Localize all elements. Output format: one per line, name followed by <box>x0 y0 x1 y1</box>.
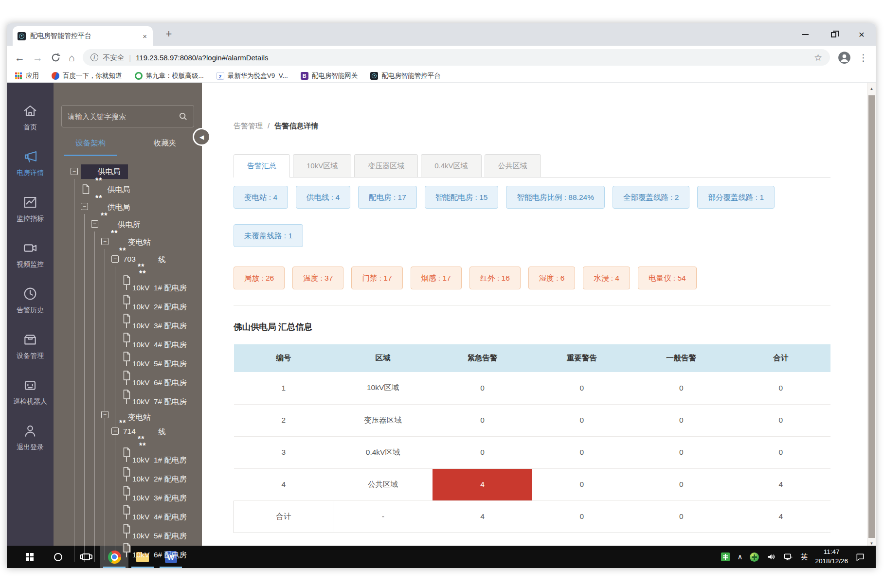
tree-node[interactable]: 10kV 6# 配电房 <box>54 371 202 390</box>
sidebar-item-label: 首页 <box>23 123 37 132</box>
bookmark-item[interactable]: 应用 <box>15 71 39 80</box>
profile-avatar[interactable] <box>838 51 851 64</box>
stat-button[interactable]: 智能配电房 : 15 <box>425 186 499 209</box>
stat-button[interactable]: 未覆盖线路 : 1 <box>234 224 303 247</box>
tray-chevron-icon[interactable]: ∧ <box>737 552 742 561</box>
tree-tab[interactable]: 收藏夹 <box>128 138 202 156</box>
region-tab[interactable]: 告警汇总 <box>234 154 290 177</box>
scrollbar-thumb[interactable] <box>868 95 875 538</box>
stat-button[interactable]: 智能电房比例 : 88.24% <box>506 186 605 209</box>
close-button[interactable]: × <box>848 23 876 46</box>
stat-button[interactable]: 配电房 : 17 <box>358 186 417 209</box>
selected-node-highlight[interactable]: 供电局 <box>81 164 128 179</box>
tree-node[interactable]: **−供电所 <box>54 216 202 233</box>
stat-button[interactable]: 烟感 : 17 <box>411 267 462 289</box>
taskbar-clock[interactable]: 11:47 2018/12/26 <box>815 548 848 566</box>
info-icon[interactable]: i <box>90 53 98 61</box>
expander-icon[interactable]: − <box>111 428 119 435</box>
sidebar-item[interactable]: 退出登录 <box>7 418 54 464</box>
tree-node[interactable]: **−变电站 <box>54 233 202 251</box>
region-tab[interactable]: 变压器区域 <box>354 154 418 177</box>
scroll-up-icon[interactable]: ▲ <box>867 87 876 91</box>
search-icon[interactable] <box>179 112 188 121</box>
tree-node[interactable]: 10kV 2# 配电房 <box>54 467 202 486</box>
tree-node[interactable]: **−供电局 <box>54 198 202 216</box>
sidebar-item[interactable]: 视频监控 <box>7 235 54 281</box>
tree-node[interactable]: **−703线** <box>54 251 202 268</box>
network-icon[interactable] <box>783 552 793 562</box>
tree-node[interactable]: 10kV 5# 配电房 <box>54 352 202 371</box>
tree-node[interactable]: 10kV 7# 配电房 <box>54 390 202 409</box>
tree-tab[interactable]: 设备架构 <box>54 138 128 156</box>
stat-button[interactable]: 供电线 : 4 <box>296 186 350 209</box>
new-tab-button[interactable]: + <box>162 27 176 41</box>
ime-indicator[interactable]: 英 <box>800 552 808 562</box>
tree-node[interactable]: 10kV 2# 配电房 <box>54 295 202 314</box>
tree-node[interactable]: −变电站 <box>54 409 202 423</box>
expander-icon[interactable]: − <box>71 168 78 175</box>
tree-node[interactable]: 10kV 6# 配电房 <box>54 543 202 562</box>
stat-button[interactable]: 电量仪 : 54 <box>638 267 697 289</box>
scroll-down-icon[interactable]: ▼ <box>867 541 876 546</box>
sidebar-item[interactable]: 监控指标 <box>7 190 54 235</box>
stat-button[interactable]: 部分覆盖线路 : 1 <box>697 186 775 209</box>
bookmark-star-icon[interactable]: ☆ <box>814 52 822 63</box>
tree-node[interactable]: **10kV 1# 配电房 <box>54 441 202 467</box>
stat-button[interactable]: 门禁 : 17 <box>351 267 402 289</box>
stat-button[interactable]: 变电站 : 4 <box>234 186 288 209</box>
tree-node[interactable]: 10kV 4# 配电房 <box>54 505 202 524</box>
browser-menu-icon[interactable]: ⋮ <box>859 52 868 63</box>
breadcrumb-section[interactable]: 告警管理 <box>234 122 263 130</box>
tree-node[interactable]: 10kV 5# 配电房 <box>54 524 202 543</box>
antivirus-tray-icon[interactable] <box>750 552 759 562</box>
restore-button[interactable] <box>819 23 848 46</box>
tree-node[interactable]: **供电局 <box>54 181 202 198</box>
start-button[interactable] <box>16 546 44 568</box>
home-icon[interactable]: ⌂ <box>69 53 75 63</box>
tree-node[interactable]: 10kV 4# 配电房 <box>54 333 202 352</box>
sidebar-item[interactable]: 巡检机器人 <box>7 373 54 418</box>
tree-node[interactable]: 10kV 3# 配电房 <box>54 486 202 505</box>
stat-button[interactable]: 水浸 : 4 <box>583 267 630 289</box>
bookmark-item[interactable]: B 配电房智能网关 <box>301 71 358 80</box>
sidebar-item[interactable]: 设备管理 <box>7 327 54 373</box>
panel-collapse-icon[interactable]: ◀ <box>194 129 209 144</box>
stat-button[interactable]: 红外 : 16 <box>469 267 521 289</box>
minimize-button[interactable] <box>791 23 819 46</box>
sidebar-item[interactable]: 告警历史 <box>7 281 54 327</box>
expander-icon[interactable]: − <box>81 203 88 210</box>
address-bar[interactable]: i 不安全 | 119.23.58.97:8080/a?login#/alarm… <box>83 49 830 66</box>
expander-icon[interactable]: − <box>101 238 108 245</box>
tree-search-input[interactable] <box>68 112 175 121</box>
reload-icon[interactable] <box>51 53 61 63</box>
stat-button[interactable]: 温度 : 37 <box>292 267 343 289</box>
tree-node[interactable]: **10kV 1# 配电房 <box>54 268 202 295</box>
region-tab[interactable]: 0.4kV区域 <box>421 154 481 177</box>
stat-button[interactable]: 全部覆盖线路 : 2 <box>613 186 690 209</box>
stat-button[interactable]: 湿度 : 6 <box>528 267 576 289</box>
bookmark-item[interactable]: z 最新华为悦盒V9_V... <box>216 71 288 80</box>
volume-icon[interactable] <box>766 552 776 562</box>
bookmark-item[interactable]: 第九章：模版高级... <box>135 71 204 80</box>
sidebar-item[interactable]: 电房详情 <box>7 144 54 190</box>
forward-icon[interactable]: → <box>33 53 43 63</box>
tree-node[interactable]: 10kV 3# 配电房 <box>54 314 202 333</box>
page-scrollbar[interactable]: ▲ ▼ <box>867 83 876 568</box>
url-text[interactable]: 119.23.58.97:8080/a?login#/alarmDetails <box>136 53 809 62</box>
expander-icon[interactable]: − <box>91 220 98 228</box>
region-tab[interactable]: 10kV区域 <box>293 154 351 177</box>
browser-tab[interactable]: 配电房智能管控平台 × <box>13 26 153 46</box>
bookmark-item[interactable]: 配电房智能管控平台 <box>370 71 441 80</box>
tree-node[interactable]: −供电局 <box>54 163 202 181</box>
usb-tray-icon[interactable] <box>721 552 730 561</box>
action-center-icon[interactable] <box>855 552 865 562</box>
expander-icon[interactable]: − <box>101 411 108 418</box>
tab-close-icon[interactable]: × <box>142 32 148 40</box>
expander-icon[interactable]: − <box>111 255 119 263</box>
bookmark-item[interactable]: 百度一下，你就知道 <box>52 71 122 80</box>
sidebar-item[interactable]: 首页 <box>7 98 54 144</box>
region-tab[interactable]: 公共区域 <box>485 154 541 177</box>
back-icon[interactable]: ← <box>15 53 25 63</box>
tree-node[interactable]: **−714线** <box>54 423 202 441</box>
stat-button[interactable]: 局放 : 26 <box>234 267 285 289</box>
